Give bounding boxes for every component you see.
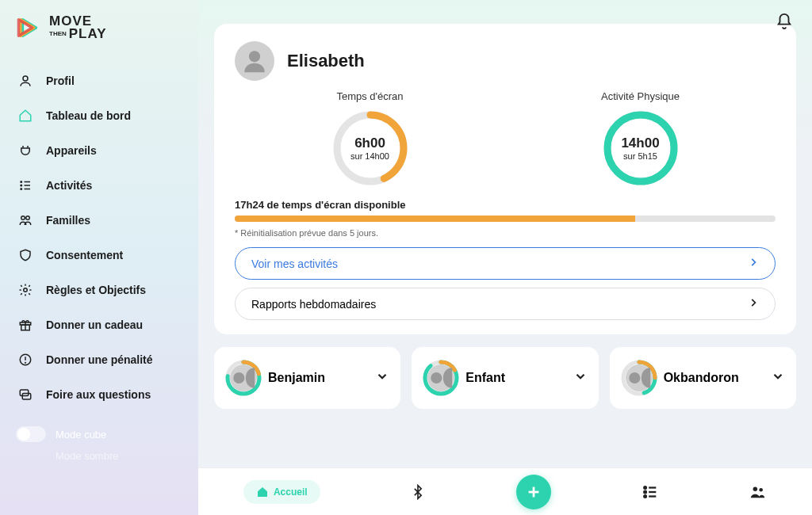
child-name: Benjamin <box>268 371 369 385</box>
svg-point-15 <box>25 362 26 363</box>
sidebar-item-rules[interactable]: Règles et Objectifs <box>0 273 198 307</box>
nav-add-button[interactable] <box>516 475 551 509</box>
sidebar-item-label: Donner un cadeau <box>46 319 143 331</box>
sidebar-item-activities[interactable]: Activités <box>0 168 198 203</box>
svg-point-30 <box>431 372 442 383</box>
gauge-value: 6h00 <box>354 135 385 151</box>
avatar-placeholder-icon <box>230 364 257 391</box>
svg-point-43 <box>753 486 758 491</box>
available-time-text: 17h24 de temps d'écran disponible <box>235 199 776 211</box>
bell-icon <box>776 13 793 30</box>
sidebar: MOVE THENPLAY Profil Tableau de bord App… <box>0 0 198 515</box>
plus-icon <box>525 483 542 501</box>
sidebar-item-faq[interactable]: Foire aux questions <box>0 377 198 412</box>
svg-point-9 <box>24 288 28 292</box>
svg-point-3 <box>21 185 22 186</box>
sidebar-item-gift[interactable]: Donner un cadeau <box>0 307 198 342</box>
toggle-cube-mode[interactable]: Mode cube <box>0 418 198 450</box>
sidebar-item-devices[interactable]: Appareils <box>0 133 198 168</box>
logo-then: THEN <box>49 31 67 37</box>
sidebar-item-dashboard[interactable]: Tableau de bord <box>0 98 198 133</box>
svg-point-44 <box>759 487 763 491</box>
child-card[interactable]: Enfant <box>412 347 598 409</box>
child-ring <box>423 360 459 396</box>
toggle-switch[interactable] <box>16 426 46 442</box>
child-ring <box>621 360 657 396</box>
gauge-screen-time: Temps d'écran 6h00 sur 14h00 <box>331 90 410 188</box>
action-label: Rapports hebdomadaires <box>251 298 376 311</box>
sidebar-item-profil[interactable]: Profil <box>0 63 198 98</box>
view-activities-button[interactable]: Voir mes activités <box>235 247 776 280</box>
profile-card: Elisabeth Temps d'écran 6h00 sur 14h00 A… <box>214 24 796 334</box>
gauge-physical-activity: Activité Physique 14h00 sur 5h15 <box>601 90 680 188</box>
avatar-placeholder-icon <box>626 364 653 391</box>
gauge-title: Temps d'écran <box>336 90 403 102</box>
svg-point-8 <box>26 216 30 220</box>
nav-home-label: Accueil <box>274 486 308 498</box>
sidebar-item-penalty[interactable]: Donner une pénalité <box>0 342 198 377</box>
notifications-button[interactable] <box>776 13 793 33</box>
list-icon <box>17 177 33 193</box>
svg-point-7 <box>21 216 25 220</box>
svg-point-1 <box>21 181 22 183</box>
child-name: Okbandoron <box>664 371 764 385</box>
svg-point-5 <box>21 189 22 190</box>
available-time-row: 17h24 de temps d'écran disponible * Réin… <box>235 199 776 238</box>
gift-icon <box>17 317 33 333</box>
gauge-value: 14h00 <box>621 135 659 151</box>
warning-icon <box>17 352 33 368</box>
sidebar-item-label: Foire aux questions <box>46 388 151 401</box>
user-icon <box>17 73 33 89</box>
toggle-label: Mode cube <box>56 429 106 441</box>
sidebar-item-consent[interactable]: Consentement <box>0 238 198 273</box>
avatar <box>235 41 274 81</box>
chevron-down-icon <box>375 369 389 387</box>
list-icon <box>642 483 659 501</box>
svg-point-34 <box>629 372 640 383</box>
toggle-dark-mode[interactable]: Mode sombre <box>0 450 198 470</box>
child-card[interactable]: Okbandoron <box>610 347 796 409</box>
chevron-down-icon <box>771 369 785 387</box>
svg-point-26 <box>233 372 244 383</box>
chevron-down-icon <box>573 369 588 387</box>
families-icon <box>17 212 33 228</box>
shield-icon <box>17 247 33 263</box>
avatar-placeholder-icon <box>427 364 454 391</box>
bottom-nav: Accueil <box>198 467 812 515</box>
child-name: Enfant <box>465 371 566 385</box>
svg-point-18 <box>249 51 260 62</box>
chevron-right-icon <box>748 257 759 270</box>
logo-text-line2: PLAY <box>69 28 107 40</box>
gauge-title: Activité Physique <box>601 90 680 102</box>
sidebar-nav: Profil Tableau de bord Appareils Activit… <box>0 57 198 418</box>
nav-home-button[interactable]: Accueil <box>243 480 320 504</box>
reset-note: * Réinitialisation prévue dans 5 jours. <box>235 228 776 238</box>
home-icon <box>17 108 33 124</box>
sidebar-item-label: Tableau de bord <box>46 109 131 122</box>
sidebar-item-label: Activités <box>46 179 92 192</box>
people-icon <box>749 483 767 501</box>
svg-point-41 <box>644 495 646 498</box>
svg-point-39 <box>644 490 646 493</box>
logo: MOVE THENPLAY <box>0 14 198 57</box>
username: Elisabeth <box>287 51 365 71</box>
gauge-sub: sur 14h00 <box>350 151 389 161</box>
child-card[interactable]: Benjamin <box>214 347 400 409</box>
progress-bar <box>235 216 776 222</box>
children-row: Benjamin Enfant Okbandoron <box>214 347 796 409</box>
home-icon <box>256 486 269 498</box>
main-area: Elisabeth Temps d'écran 6h00 sur 14h00 A… <box>198 0 812 515</box>
plug-icon <box>17 143 33 158</box>
sidebar-item-label: Donner une pénalité <box>46 353 153 366</box>
gear-icon <box>17 282 33 298</box>
nav-list-button[interactable] <box>642 483 659 501</box>
nav-bluetooth-button[interactable] <box>410 484 426 500</box>
child-ring <box>225 360 262 396</box>
weekly-reports-button[interactable]: Rapports hebdomadaires <box>235 288 776 320</box>
svg-point-37 <box>644 486 646 489</box>
chevron-right-icon <box>748 297 759 311</box>
toggle-label: Mode sombre <box>56 450 118 462</box>
chat-icon <box>17 387 33 402</box>
sidebar-item-families[interactable]: Familles <box>0 203 198 238</box>
nav-people-button[interactable] <box>749 483 767 501</box>
